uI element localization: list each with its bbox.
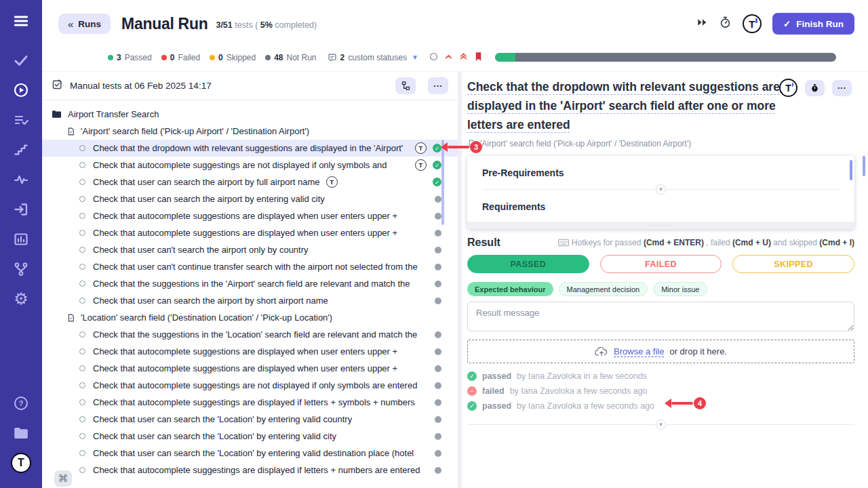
result-passed-button[interactable]: PASSED xyxy=(467,255,589,273)
tree-test-row[interactable]: Check that autocomplete suggestions are … xyxy=(42,343,458,360)
arrow-head xyxy=(441,142,448,152)
result-tag[interactable]: Expected behaviour xyxy=(467,282,553,296)
tree-test-row[interactable]: Check that the suggestions in the 'Airpo… xyxy=(42,275,458,292)
menu-icon[interactable] xyxy=(9,9,33,33)
pulse-icon[interactable] xyxy=(9,168,33,191)
tree-more-button[interactable]: ... xyxy=(428,77,448,94)
report-icon[interactable] xyxy=(9,228,33,251)
test-radio[interactable] xyxy=(79,416,85,422)
not-run-status-icon xyxy=(435,230,441,237)
status-bar: 3Passed 0Failed 0Skipped 48Not Run 2cust… xyxy=(42,47,868,71)
result-tag[interactable]: Minor issue xyxy=(653,282,707,296)
tree-suite-row[interactable]: 'Location' search field ('Destination Lo… xyxy=(42,309,458,326)
test-radio[interactable] xyxy=(79,281,85,287)
app-logo[interactable]: T xyxy=(9,451,33,474)
tree-suite-row[interactable]: 'Airport' search field ('Pick-up Airport… xyxy=(42,123,458,140)
settings-icon[interactable]: ⚙ xyxy=(9,287,33,310)
file-dropzone[interactable]: Browse a file or drop it here. xyxy=(467,340,854,363)
tree-test-row[interactable]: Check that user can search the airport b… xyxy=(42,292,458,309)
tree-test-row[interactable]: Check that autocomplete suggestings are … xyxy=(42,394,458,411)
test-radio[interactable] xyxy=(79,433,85,439)
test-radio[interactable] xyxy=(79,264,85,270)
testomat-logo-icon[interactable]: T xyxy=(743,14,762,33)
card-scrollbar[interactable] xyxy=(850,160,852,180)
test-radio[interactable] xyxy=(79,382,85,388)
bookmark-filter-icon[interactable] xyxy=(474,52,483,64)
tree-test-row[interactable]: Check that autocomplete suggestions are … xyxy=(42,207,458,224)
tree-view-button[interactable] xyxy=(395,77,416,94)
sign-in-icon[interactable] xyxy=(9,198,33,221)
detail-more-button[interactable]: ... xyxy=(832,80,852,96)
detail-scrollbar[interactable] xyxy=(863,156,865,176)
test-radio[interactable] xyxy=(79,179,85,185)
docs-icon[interactable] xyxy=(9,422,33,445)
command-key-badge: ⌘ xyxy=(54,470,72,487)
hotkeys-hint: Hotkeys for passed (Cmd + ENTER) , faile… xyxy=(558,238,854,247)
not-run-status-icon xyxy=(435,247,441,253)
result-tag[interactable]: Management decision xyxy=(559,282,648,296)
test-radio[interactable] xyxy=(79,196,85,202)
test-label: Check that user can search the 'Location… xyxy=(93,431,336,441)
tree-folder-row[interactable]: Airport Transfer Search xyxy=(42,106,458,123)
test-radio[interactable] xyxy=(79,230,85,236)
browse-file-link[interactable]: Browse a file xyxy=(614,346,664,357)
test-radio[interactable] xyxy=(79,213,85,219)
tree-test-row[interactable]: Check that the suggestions in the 'Locat… xyxy=(42,326,458,343)
highest-priority-filter-icon[interactable] xyxy=(459,52,468,63)
test-radio[interactable] xyxy=(79,399,85,405)
status-dot xyxy=(265,55,271,60)
status-dot xyxy=(161,55,167,60)
no-priority-filter-icon[interactable] xyxy=(429,52,438,63)
test-title[interactable]: Check that the dropdown with relevant su… xyxy=(467,77,791,134)
help-icon[interactable]: ? xyxy=(9,392,33,415)
tree-test-row[interactable]: Check that user can search the airport b… xyxy=(42,174,458,190)
card-drag-handle[interactable]: ········· xyxy=(467,222,854,229)
timer-button[interactable] xyxy=(805,80,825,96)
tree-test-row[interactable]: Check that autocomplete suggestings are … xyxy=(42,462,458,479)
back-to-runs-button[interactable]: «Runs xyxy=(58,14,111,34)
result-message-input[interactable] xyxy=(467,302,854,331)
tree-test-row[interactable]: Check that autocomplete suggestions are … xyxy=(42,224,458,241)
test-radio[interactable] xyxy=(79,247,85,253)
tree-test-row[interactable]: Check that autocomplete suggestions are … xyxy=(42,360,458,377)
high-priority-filter-icon[interactable] xyxy=(444,53,453,62)
status-count-not-run: 48Not Run xyxy=(265,53,316,62)
tree-test-row[interactable]: Check that user can search the 'Location… xyxy=(42,411,458,428)
play-circle-icon[interactable] xyxy=(9,79,33,102)
list-check-icon[interactable] xyxy=(9,108,33,131)
fast-forward-icon[interactable] xyxy=(697,18,708,30)
test-radio[interactable] xyxy=(79,450,85,456)
branch-icon[interactable] xyxy=(9,258,33,281)
tree-test-row[interactable]: Check that user can search the airport b… xyxy=(42,190,458,207)
not-run-status-icon xyxy=(435,399,441,406)
test-radio[interactable] xyxy=(79,467,85,473)
tree-test-row[interactable]: Check that user can search the 'Location… xyxy=(42,445,458,462)
test-label: Check that user can search the airport b… xyxy=(93,177,320,187)
check-icon[interactable] xyxy=(9,49,33,72)
result-failed-button[interactable]: FAILED xyxy=(600,255,722,273)
not-run-status-icon xyxy=(435,450,441,457)
test-radio[interactable] xyxy=(79,365,85,371)
finish-run-button[interactable]: ✓Finish Run xyxy=(772,13,854,35)
tree-test-row[interactable]: Check that autocomplete suggestings are … xyxy=(42,377,458,394)
timer-icon[interactable] xyxy=(719,16,732,32)
custom-statuses-dropdown[interactable]: 2custom statuses▼ xyxy=(328,53,418,62)
test-radio[interactable] xyxy=(79,162,85,168)
test-radio[interactable] xyxy=(79,331,85,338)
test-label: Check that user can search the airport b… xyxy=(93,194,325,204)
test-radio[interactable] xyxy=(79,348,85,354)
breadcrumb[interactable]: 'Airport' search field ('Pick-up Airport… xyxy=(467,139,854,148)
tree-test-row[interactable]: Check that autocomplete suggestings are … xyxy=(42,157,458,174)
result-skipped-button[interactable]: SKIPPED xyxy=(732,255,854,273)
collapse-toggle[interactable]: ▼ xyxy=(656,184,666,195)
steps-icon[interactable] xyxy=(9,138,33,161)
test-radio[interactable] xyxy=(79,145,85,151)
tree-test-row[interactable]: Check that user can't search the airport… xyxy=(42,241,458,258)
test-radio[interactable] xyxy=(79,298,85,304)
not-run-status-icon xyxy=(435,467,441,474)
tree-test-row[interactable]: Check that the dropdown with relevant su… xyxy=(42,140,458,157)
history-collapse-toggle[interactable]: ▼ xyxy=(656,420,666,430)
progress-fill xyxy=(495,53,515,62)
tree-test-row[interactable]: Check that user can't continue transfer … xyxy=(42,258,458,275)
tree-test-row[interactable]: Check that user can search the 'Location… xyxy=(42,428,458,445)
